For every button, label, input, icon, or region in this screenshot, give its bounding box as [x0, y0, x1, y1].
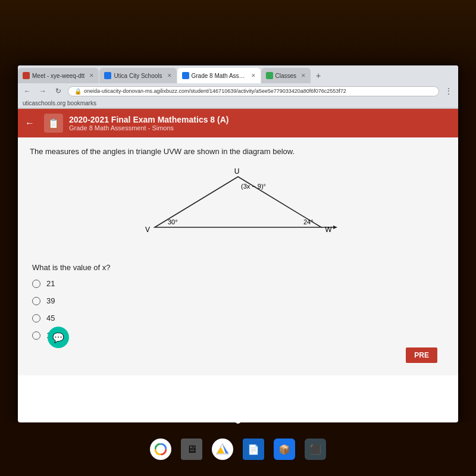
tab-close-classes[interactable]: ✕ [301, 73, 306, 79]
option-label-39: 39 [46, 296, 55, 305]
address-text: oneida-uticacity-donovan-ms.agilixbuzz.c… [84, 88, 346, 94]
angle-u-label: (3x − 9)° [241, 183, 266, 190]
radio-21[interactable] [32, 280, 40, 288]
tab-close-utica[interactable]: ✕ [167, 73, 172, 79]
option-21[interactable]: 21 [32, 279, 444, 288]
answer-section: What is the value of x? 21 39 45 126 [30, 263, 446, 340]
bookmarks-text: uticaschools.org bookmarks [23, 100, 96, 107]
tab-favicon-grade8 [182, 72, 189, 79]
option-label-21: 21 [46, 279, 55, 288]
taskbar-monitor-icon[interactable]: 🖥 [181, 439, 202, 460]
back-button[interactable]: ← [21, 85, 33, 97]
tab-bar: Meet - xye-weeq-dtt ✕ Utica City Schools… [18, 65, 458, 83]
angle-w-label: 24° [303, 218, 314, 226]
taskbar-docs-icon[interactable]: 📄 [243, 439, 264, 460]
tab-label-meet: Meet - xye-weeq-dtt [32, 73, 84, 79]
vertex-u-label: U [234, 167, 240, 176]
taskbar-google-icon[interactable] [150, 439, 171, 460]
exam-header: ← 📋 2020-2021 Final Exam Mathematics 8 (… [18, 109, 458, 137]
pre-button[interactable]: PRE [406, 347, 437, 363]
tab-favicon-classes [266, 72, 273, 79]
tab-label-grade8: Grade 8 Math Assessment - Sim… [192, 73, 246, 79]
tab-favicon-meet [23, 72, 30, 79]
option-45[interactable]: 45 [32, 314, 444, 322]
tab-classes[interactable]: Classes ✕ [261, 68, 311, 83]
option-126[interactable]: 126 [32, 331, 444, 340]
taskbar-blue-icon[interactable]: 📦 [274, 439, 295, 460]
vertex-w-label: W [325, 226, 332, 234]
exam-subtitle: Grade 8 Math Assessment - Simons [69, 124, 228, 131]
address-field[interactable]: 🔒 oneida-uticacity-donovan-ms.agilixbuzz… [68, 86, 439, 96]
reload-button[interactable]: ↻ [52, 85, 64, 97]
tab-favicon-utica [104, 72, 111, 79]
tab-close-grade8[interactable]: ✕ [251, 73, 256, 79]
angle-v-label: 30° [168, 218, 178, 226]
taskbar: 🖥 📄 📦 ⬛ [0, 422, 476, 476]
browser-chrome: Meet - xye-weeq-dtt ✕ Utica City Schools… [18, 65, 458, 109]
laptop-screen: Meet - xye-weeq-dtt ✕ Utica City Schools… [18, 65, 458, 422]
tab-grade8[interactable]: Grade 8 Math Assessment - Sim… ✕ [177, 68, 261, 83]
tab-label-utica: Utica City Schools [114, 73, 162, 79]
bookmarks-bar: uticaschools.org bookmarks [18, 99, 458, 108]
tab-utica[interactable]: Utica City Schools ✕ [99, 68, 176, 83]
tab-meet[interactable]: Meet - xye-weeq-dtt ✕ [18, 68, 99, 83]
exam-icon: 📋 [44, 114, 63, 133]
forward-button[interactable]: → [37, 85, 49, 97]
address-bar-row: ← → ↻ 🔒 oneida-uticacity-donovan-ms.agil… [18, 83, 458, 99]
radio-39[interactable] [32, 297, 40, 305]
back-arrow-button[interactable]: ← [25, 118, 35, 129]
content-area: The measures of the angles in triangle U… [18, 137, 458, 375]
new-tab-button[interactable]: + [311, 68, 325, 83]
arrow-head [333, 226, 337, 229]
circle-indicator [235, 418, 241, 424]
triangle-shape [155, 177, 321, 227]
triangle-diagram: U V W (3x − 9)° 30° 24° [137, 168, 339, 245]
question-text: The measures of the angles in triangle U… [30, 147, 446, 156]
chat-bubble-button[interactable]: 💬 [48, 327, 69, 348]
diagram-container: U V W (3x − 9)° 30° 24° [30, 168, 446, 245]
menu-button[interactable]: ⋮ [443, 85, 455, 97]
taskbar-drive-icon[interactable] [212, 439, 233, 460]
chat-icon: 💬 [52, 332, 64, 343]
lock-icon: 🔒 [74, 88, 82, 95]
option-39[interactable]: 39 [32, 296, 444, 305]
option-label-45: 45 [46, 314, 55, 322]
radio-45[interactable] [32, 314, 40, 322]
exam-title-block: 2020-2021 Final Exam Mathematics 8 (A) G… [69, 115, 228, 131]
tab-label-classes: Classes [275, 73, 297, 79]
tab-close-meet[interactable]: ✕ [89, 73, 94, 79]
exam-title: 2020-2021 Final Exam Mathematics 8 (A) [69, 115, 228, 124]
what-is-x-question: What is the value of x? [32, 263, 444, 272]
vertex-v-label: V [145, 226, 150, 234]
radio-126[interactable] [32, 331, 40, 340]
taskbar-dark-icon[interactable]: ⬛ [305, 439, 326, 460]
